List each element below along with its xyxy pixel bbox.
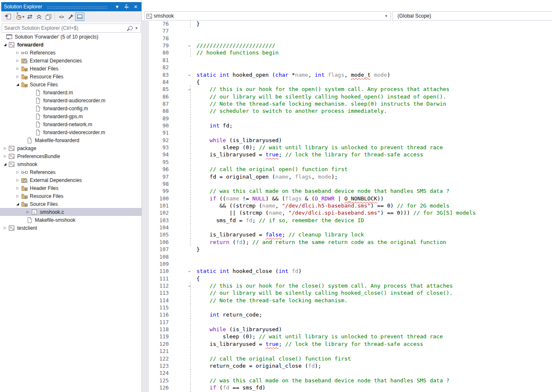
breakpoint-margin[interactable] bbox=[142, 384, 149, 391]
breakpoint-margin[interactable] bbox=[142, 195, 149, 202]
code-text[interactable]: fd = original_open (name, flags, mode); bbox=[196, 173, 338, 180]
tree-item-solution-forwarder-5-of-10-projects[interactable]: ∞Solution 'Forwarder' (5 of 10 projects) bbox=[0, 33, 141, 41]
code-text[interactable]: is_libraryused = false; // cleanup libra… bbox=[196, 231, 364, 238]
breakpoint-margin[interactable] bbox=[142, 166, 149, 173]
scope-dropdown[interactable]: (Global Scope) bbox=[392, 11, 552, 21]
tree-item-package[interactable]: ▷++package bbox=[0, 144, 141, 152]
chevron-down-icon[interactable]: ▼ bbox=[135, 26, 138, 30]
tree-item-forwarderd-config-m[interactable]: forwarderd-config.m bbox=[0, 104, 141, 112]
code-text[interactable]: return_code = original_close (fd); bbox=[196, 362, 321, 369]
code-text[interactable]: if (fd == sms_fd) bbox=[196, 384, 265, 391]
show-all-files-icon[interactable] bbox=[44, 13, 53, 21]
breakpoint-margin[interactable] bbox=[142, 304, 149, 311]
tree-item-makefile-smshook[interactable]: Makefile-smshook bbox=[0, 216, 141, 224]
breakpoint-margin[interactable] bbox=[142, 319, 149, 326]
tree-item-source-files[interactable]: ◢Source Files bbox=[0, 200, 141, 208]
breakpoint-margin[interactable] bbox=[142, 158, 149, 166]
code-text[interactable]: sleep (0); // wait until library is unlo… bbox=[196, 333, 443, 340]
expander-collapsed-icon[interactable]: ▷ bbox=[14, 178, 21, 182]
code-text[interactable]: // this is our hook for the open() syste… bbox=[196, 86, 450, 93]
breakpoint-margin[interactable] bbox=[142, 115, 149, 122]
breakpoint-margin[interactable] bbox=[142, 49, 149, 56]
breakpoint-margin[interactable] bbox=[142, 78, 149, 86]
breakpoint-margin[interactable] bbox=[142, 289, 149, 296]
code-text[interactable]: } bbox=[196, 246, 200, 253]
expander-expanded-icon[interactable]: ◢ bbox=[14, 83, 21, 86]
code-text[interactable]: return (fd); // and return the same retu… bbox=[196, 239, 446, 246]
code-text[interactable]: if ((name != NULL) && (flags & (O_RDWR |… bbox=[196, 195, 384, 202]
breakpoint-margin[interactable] bbox=[142, 311, 149, 318]
tree-item-resource-files[interactable]: ▷Resource Files bbox=[0, 192, 141, 200]
expander-collapsed-icon[interactable]: ▷ bbox=[14, 59, 21, 62]
breakpoint-margin[interactable] bbox=[142, 27, 149, 34]
view-code-icon[interactable]: <> bbox=[57, 13, 66, 21]
code-text[interactable]: int fd; bbox=[196, 122, 233, 129]
breakpoint-margin[interactable] bbox=[142, 86, 149, 93]
tree-item-header-files[interactable]: ▷Header Files bbox=[0, 184, 141, 192]
tree-item-forwarderd-gps-m[interactable]: forwarderd-gps.m bbox=[0, 112, 141, 120]
code-text[interactable]: int return_code; bbox=[196, 311, 262, 318]
tree-item-references[interactable]: ▷References bbox=[0, 168, 141, 176]
code-text[interactable]: is_libraryused = true; // lock the libra… bbox=[196, 151, 423, 158]
code-text[interactable]: is_libraryused = true; // lock the libra… bbox=[196, 340, 423, 348]
breakpoint-margin[interactable] bbox=[142, 282, 149, 289]
breakpoint-margin[interactable] bbox=[142, 122, 149, 129]
breakpoint-margin[interactable] bbox=[142, 260, 149, 267]
code-text[interactable]: // Note the thread-safe locking mechanis… bbox=[196, 100, 446, 107]
project-dropdown[interactable]: ++ smshook ▼ bbox=[144, 11, 391, 21]
tree-item-forwarderd-m[interactable]: forwarderd.m bbox=[0, 88, 141, 96]
code-text[interactable]: sms_fd = fd; // if so, remember the devi… bbox=[196, 217, 364, 224]
breakpoint-margin[interactable] bbox=[142, 57, 149, 64]
collapse-all-icon[interactable] bbox=[34, 13, 44, 21]
breakpoint-margin[interactable] bbox=[142, 71, 149, 78]
code-text[interactable]: // call the original open() function fir… bbox=[196, 166, 348, 173]
breakpoint-margin[interactable] bbox=[142, 239, 149, 246]
code-text[interactable]: // Note the thread-safe locking mechanis… bbox=[196, 297, 348, 304]
expander-collapsed-icon[interactable]: ▷ bbox=[14, 67, 21, 70]
tree-item-smshook-c[interactable]: ▷csmshook.c bbox=[0, 208, 141, 216]
breakpoint-margin[interactable] bbox=[142, 129, 149, 136]
breakpoint-margin[interactable] bbox=[142, 173, 149, 180]
search-box[interactable]: ▼ bbox=[2, 23, 141, 33]
preview-selected-items-icon[interactable] bbox=[75, 13, 84, 21]
code-text[interactable]: sleep (0); // wait until library is unlo… bbox=[196, 144, 443, 151]
tree-item-smshook[interactable]: ◢++smshook bbox=[0, 160, 141, 168]
tree-item-forwarderd-audiorecorder-m[interactable]: forwarderd-audiorecorder.m bbox=[0, 96, 141, 104]
breakpoint-margin[interactable] bbox=[142, 231, 149, 238]
pin-icon[interactable] bbox=[123, 3, 130, 10]
expander-expanded-icon[interactable]: ◢ bbox=[2, 43, 8, 47]
breakpoint-margin[interactable] bbox=[142, 144, 149, 151]
breakpoint-margin[interactable] bbox=[142, 355, 149, 362]
properties-icon[interactable] bbox=[66, 13, 75, 21]
breakpoint-margin[interactable] bbox=[142, 20, 149, 27]
code-text[interactable]: // this is our hook for the close() syst… bbox=[196, 282, 453, 289]
tree-item-forwarderd-network-m[interactable]: forwarderd-network.m bbox=[0, 120, 141, 128]
code-text[interactable]: while (is_libraryused) bbox=[196, 137, 282, 144]
expander-collapsed-icon[interactable]: ▷ bbox=[2, 226, 8, 230]
code-text[interactable]: static int hooked_open (char *name, int … bbox=[196, 71, 390, 78]
breakpoint-margin[interactable] bbox=[142, 180, 149, 187]
chevron-down-icon[interactable]: ▼ bbox=[114, 3, 120, 10]
tree-item-forwarderd[interactable]: ◢++forwarderd bbox=[0, 41, 141, 49]
solution-explorer-titlebar[interactable]: Solution Explorer ▼ ✕ bbox=[1, 2, 141, 11]
code-text[interactable]: // was this call made on the baseband de… bbox=[196, 187, 450, 195]
breakpoint-margin[interactable] bbox=[142, 202, 149, 209]
tree-item-header-files[interactable]: ▷Header Files bbox=[0, 65, 141, 73]
breakpoint-margin[interactable] bbox=[142, 100, 149, 107]
expander-collapsed-icon[interactable]: ▷ bbox=[14, 51, 21, 55]
breakpoint-margin[interactable] bbox=[142, 369, 149, 376]
breakpoint-margin[interactable] bbox=[142, 217, 149, 224]
code-text[interactable]: static int hooked_close (int fd) bbox=[196, 267, 301, 275]
breakpoint-margin[interactable] bbox=[142, 64, 149, 71]
expander-collapsed-icon[interactable]: ▷ bbox=[2, 154, 8, 158]
fold-collapse-icon[interactable]: › bbox=[186, 270, 193, 273]
code-area[interactable]: 76}777879›////////////////////////80// h… bbox=[142, 20, 552, 392]
breakpoint-margin[interactable] bbox=[142, 42, 149, 49]
expander-expanded-icon[interactable]: ◢ bbox=[14, 202, 21, 206]
breakpoint-margin[interactable] bbox=[142, 362, 149, 369]
breakpoint-margin[interactable] bbox=[142, 151, 149, 158]
tree-item-references[interactable]: ▷References bbox=[0, 49, 141, 57]
expander-collapsed-icon[interactable]: ▷ bbox=[14, 75, 21, 78]
code-text[interactable]: // our library will be silently calling … bbox=[196, 93, 446, 100]
fold-collapse-icon[interactable]: › bbox=[186, 88, 193, 91]
